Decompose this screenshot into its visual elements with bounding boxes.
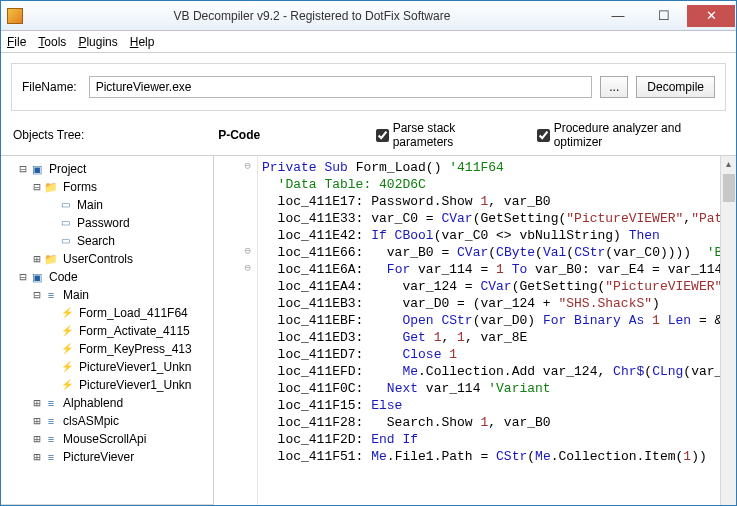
tree-node-project[interactable]: Project: [49, 160, 86, 178]
tree-node-main-mod[interactable]: Main: [63, 286, 89, 304]
menubar: File Tools Plugins Help: [1, 31, 736, 53]
pcode-label: P-Code: [218, 128, 351, 142]
form-icon: [57, 198, 73, 212]
tree-node-forms[interactable]: Forms: [63, 178, 97, 196]
tree-node-method[interactable]: PictureViever1_Unkn: [79, 376, 192, 394]
window-title: VB Decompiler v9.2 - Registered to DotFi…: [29, 9, 595, 23]
fold-icon[interactable]: ⊖: [214, 261, 257, 278]
module-icon: [43, 396, 59, 410]
tree-node-cls[interactable]: clsASMpic: [63, 412, 119, 430]
tree-twisty[interactable]: ⊞: [31, 430, 43, 448]
decompile-button[interactable]: Decompile: [636, 76, 715, 98]
tree-twisty[interactable]: ⊞: [31, 412, 43, 430]
tree-twisty[interactable]: ⊟: [31, 178, 43, 196]
objects-tree-label: Objects Tree:: [13, 128, 194, 142]
form-icon: [57, 216, 73, 230]
menu-tools[interactable]: Tools: [38, 35, 66, 49]
module-icon: [43, 414, 59, 428]
menu-help[interactable]: Help: [130, 35, 155, 49]
tree-node-method[interactable]: Form_KeyPress_413: [79, 340, 192, 358]
tree-node-pic[interactable]: PictureViever: [63, 448, 134, 466]
module-icon: [43, 450, 59, 464]
tree-node-method[interactable]: PictureViever1_Unkn: [79, 358, 192, 376]
optimizer-checkbox[interactable]: Procedure analyzer and optimizer: [537, 121, 724, 149]
method-icon: [59, 306, 75, 320]
folder-icon: [43, 252, 59, 266]
tree-twisty[interactable]: ⊞: [31, 394, 43, 412]
tree-node-scroll[interactable]: MouseScrollApi: [63, 430, 146, 448]
fold-icon[interactable]: ⊖: [214, 159, 257, 176]
minimize-button[interactable]: —: [595, 5, 641, 27]
tree-twisty[interactable]: ⊞: [31, 250, 43, 268]
code-gutter[interactable]: ⊖ ⊖ ⊖: [214, 156, 258, 506]
code-icon: [29, 270, 45, 284]
tree-pane: ⊟Project ⊟Forms Main Password Search ⊞Us…: [1, 156, 214, 506]
code-vscrollbar[interactable]: ▴ ▾: [720, 156, 736, 506]
tree-node-main-form[interactable]: Main: [77, 196, 103, 214]
info-bar: Objects Tree: P-Code Parse stack paramet…: [1, 117, 736, 156]
module-icon: [43, 288, 59, 302]
filename-input[interactable]: [89, 76, 593, 98]
code-editor[interactable]: Private Sub Form_Load() '411F64 'Data Ta…: [258, 156, 720, 506]
tree-node-alpha[interactable]: Alphablend: [63, 394, 123, 412]
close-button[interactable]: ✕: [687, 5, 735, 27]
titlebar: VB Decompiler v9.2 - Registered to DotFi…: [1, 1, 736, 31]
method-icon: [59, 378, 75, 392]
maximize-button[interactable]: ☐: [641, 5, 687, 27]
method-icon: [59, 360, 75, 374]
objects-tree[interactable]: ⊟Project ⊟Forms Main Password Search ⊞Us…: [3, 160, 213, 466]
folder-icon: [43, 180, 59, 194]
code-pane: ⊖ ⊖ ⊖ Private Sub Form_Load() '411F64 'D…: [214, 156, 736, 506]
filename-label: FileName:: [22, 80, 77, 94]
tree-node-method[interactable]: Form_Activate_4115: [79, 322, 190, 340]
browse-button[interactable]: ...: [600, 76, 628, 98]
form-icon: [57, 234, 73, 248]
tree-twisty[interactable]: ⊟: [17, 160, 29, 178]
parse-stack-checkbox[interactable]: Parse stack parameters: [376, 121, 513, 149]
tree-node-code[interactable]: Code: [49, 268, 78, 286]
tree-node-method[interactable]: Form_Load_411F64: [79, 304, 188, 322]
main-split: ⊟Project ⊟Forms Main Password Search ⊞Us…: [1, 156, 736, 506]
tree-twisty[interactable]: ⊟: [17, 268, 29, 286]
method-icon: [59, 324, 75, 338]
method-icon: [59, 342, 75, 356]
app-icon: [7, 8, 23, 24]
scroll-thumb[interactable]: [723, 174, 735, 202]
menu-plugins[interactable]: Plugins: [78, 35, 117, 49]
tree-node-search[interactable]: Search: [77, 232, 115, 250]
project-icon: [29, 162, 45, 176]
menu-file[interactable]: File: [7, 35, 26, 49]
module-icon: [43, 432, 59, 446]
fold-icon[interactable]: ⊖: [214, 244, 257, 261]
scroll-up-icon[interactable]: ▴: [721, 156, 736, 172]
tree-twisty[interactable]: ⊟: [31, 286, 43, 304]
window-controls: — ☐ ✕: [595, 5, 735, 27]
tree-twisty[interactable]: ⊞: [31, 448, 43, 466]
file-panel: FileName: ... Decompile: [11, 63, 726, 111]
tree-node-password[interactable]: Password: [77, 214, 130, 232]
tree-node-usercontrols[interactable]: UserControls: [63, 250, 133, 268]
